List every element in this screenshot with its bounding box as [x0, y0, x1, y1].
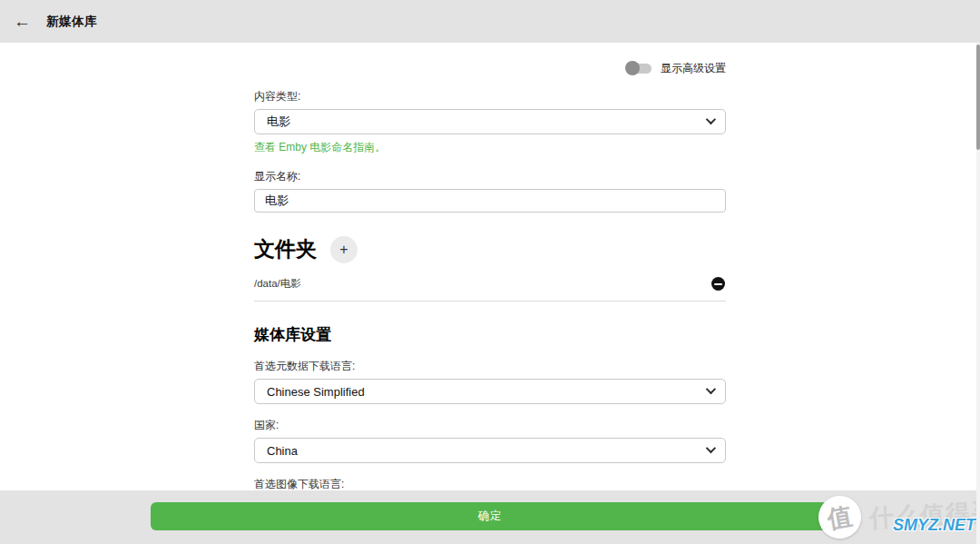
image-language-label: 首选图像下载语言: — [254, 477, 726, 490]
content-type-value: 电影 — [267, 114, 290, 130]
scrollbar-track[interactable] — [976, 43, 980, 544]
folders-header: 文件夹 + — [254, 235, 726, 263]
footer-bar: 确定 — [0, 490, 980, 544]
confirm-button[interactable]: 确定 — [151, 502, 829, 530]
chevron-down-icon — [706, 442, 716, 452]
back-arrow-icon: ← — [14, 13, 31, 30]
app-window: ← 新媒体库 显示高级设置 内容类型: 电影 查看 Emby 电影命名指南。 显… — [0, 0, 980, 544]
advanced-settings-toggle[interactable] — [625, 61, 652, 76]
content-type-select[interactable]: 电影 — [254, 109, 726, 134]
advanced-settings-row: 显示高级设置 — [254, 61, 726, 76]
back-button[interactable]: ← — [14, 13, 31, 30]
metadata-language-select[interactable]: Chinese Simplified — [254, 379, 726, 404]
main-content: 显示高级设置 内容类型: 电影 查看 Emby 电影命名指南。 显示名称: 文件… — [0, 43, 980, 490]
country-label: 国家: — [254, 418, 726, 433]
content-type-label: 内容类型: — [254, 89, 726, 104]
folder-row: /data/电影 — [254, 277, 726, 302]
library-form: 显示高级设置 内容类型: 电影 查看 Emby 电影命名指南。 显示名称: 文件… — [254, 61, 726, 490]
naming-guide-line: 查看 Emby 电影命名指南。 — [254, 140, 726, 155]
scrollbar-thumb[interactable] — [976, 45, 980, 150]
display-name-input[interactable] — [254, 189, 726, 213]
library-settings-heading: 媒体库设置 — [254, 324, 726, 345]
naming-guide-link[interactable]: 查看 Emby 电影命名指南。 — [254, 141, 386, 153]
folder-path: /data/电影 — [254, 277, 301, 291]
display-name-label: 显示名称: — [254, 169, 726, 184]
country-select[interactable]: China — [254, 438, 726, 463]
add-folder-button[interactable]: + — [330, 236, 358, 263]
advanced-settings-label: 显示高级设置 — [661, 61, 726, 76]
folders-heading: 文件夹 — [254, 235, 317, 263]
remove-folder-button[interactable] — [711, 277, 725, 291]
toggle-knob-icon — [625, 61, 640, 75]
chevron-down-icon — [706, 114, 716, 124]
country-value: China — [267, 444, 298, 458]
app-header: ← 新媒体库 — [0, 0, 980, 43]
metadata-language-value: Chinese Simplified — [267, 385, 365, 399]
chevron-down-icon — [706, 383, 716, 393]
page-title: 新媒体库 — [46, 14, 97, 30]
metadata-language-label: 首选元数据下载语言: — [254, 359, 726, 374]
plus-icon: + — [339, 242, 348, 257]
minus-icon — [714, 283, 722, 285]
